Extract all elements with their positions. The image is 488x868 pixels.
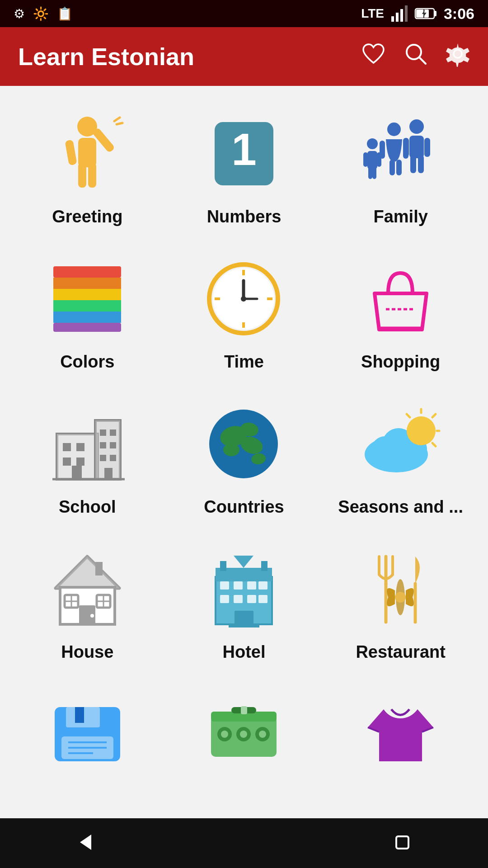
house-label: House bbox=[61, 642, 113, 662]
svg-rect-16 bbox=[65, 140, 77, 165]
restaurant-icon bbox=[360, 548, 441, 630]
svg-line-88 bbox=[432, 414, 436, 417]
svg-point-141 bbox=[259, 731, 266, 738]
house-icon bbox=[47, 548, 128, 630]
svg-point-86 bbox=[407, 416, 436, 445]
item13[interactable] bbox=[9, 680, 166, 806]
countries-item[interactable]: Countries bbox=[166, 390, 323, 535]
time-item[interactable]: Time bbox=[166, 245, 323, 390]
svg-rect-36 bbox=[377, 152, 381, 167]
shopping-item[interactable]: Shopping bbox=[322, 245, 479, 390]
svg-line-18 bbox=[114, 118, 120, 121]
hotel-icon bbox=[203, 548, 285, 630]
svg-rect-115 bbox=[247, 595, 256, 603]
svg-rect-94 bbox=[95, 562, 103, 576]
svg-rect-116 bbox=[258, 595, 267, 603]
category-grid: Greeting 1 Numbers bbox=[0, 86, 488, 806]
svg-rect-0 bbox=[391, 16, 394, 22]
colors-icon bbox=[47, 258, 128, 340]
svg-rect-13 bbox=[78, 138, 96, 167]
seasons-label: Seasons and ... bbox=[338, 497, 463, 517]
svg-rect-27 bbox=[424, 138, 430, 157]
svg-rect-61 bbox=[76, 443, 84, 451]
svg-rect-110 bbox=[234, 581, 243, 590]
shopping-icon bbox=[360, 258, 441, 340]
family-item[interactable]: Family bbox=[322, 99, 479, 245]
svg-rect-109 bbox=[220, 581, 229, 590]
svg-rect-129 bbox=[75, 707, 84, 723]
svg-rect-35 bbox=[363, 152, 368, 167]
item14-icon bbox=[203, 693, 285, 775]
signal-icon bbox=[390, 5, 408, 22]
colors-label: Colors bbox=[60, 352, 114, 372]
svg-rect-40 bbox=[53, 278, 121, 289]
svg-rect-73 bbox=[104, 468, 113, 479]
svg-rect-42 bbox=[53, 300, 121, 311]
school-item[interactable]: School bbox=[9, 390, 166, 535]
restaurant-item[interactable]: Restaurant bbox=[322, 535, 479, 680]
svg-marker-106 bbox=[234, 556, 253, 568]
settings-button[interactable] bbox=[446, 42, 470, 71]
app-title: Learn Estonian bbox=[18, 42, 194, 71]
svg-rect-1 bbox=[396, 13, 399, 22]
svg-point-22 bbox=[409, 119, 424, 134]
status-left-icons: ⚙ 🔆 📋 bbox=[14, 6, 73, 21]
search-button[interactable] bbox=[404, 42, 427, 71]
item14[interactable] bbox=[166, 680, 323, 806]
svg-rect-112 bbox=[258, 581, 267, 590]
svg-rect-31 bbox=[389, 160, 395, 175]
svg-point-55 bbox=[241, 296, 246, 302]
svg-rect-63 bbox=[76, 458, 84, 466]
hotel-item[interactable]: Hotel bbox=[166, 535, 323, 680]
svg-rect-68 bbox=[110, 429, 116, 436]
sd-card-icon: 📋 bbox=[57, 6, 73, 21]
item13-icon bbox=[47, 693, 128, 775]
svg-line-19 bbox=[117, 123, 122, 124]
svg-rect-23 bbox=[409, 136, 424, 158]
svg-line-10 bbox=[419, 57, 426, 64]
svg-rect-46 bbox=[53, 327, 121, 332]
recent-button[interactable] bbox=[390, 830, 415, 857]
svg-point-28 bbox=[387, 123, 401, 136]
svg-rect-45 bbox=[53, 266, 121, 271]
hotel-label: Hotel bbox=[222, 642, 265, 662]
svg-rect-37 bbox=[368, 166, 372, 179]
seasons-item[interactable]: Seasons and ... bbox=[322, 390, 479, 535]
svg-rect-43 bbox=[53, 311, 121, 323]
item15[interactable] bbox=[322, 680, 479, 806]
svg-rect-62 bbox=[63, 458, 71, 466]
svg-rect-69 bbox=[100, 442, 106, 448]
svg-rect-60 bbox=[63, 443, 71, 451]
numbers-label: Numbers bbox=[207, 207, 282, 226]
svg-point-139 bbox=[221, 731, 228, 738]
colors-item[interactable]: Colors bbox=[9, 245, 166, 390]
svg-point-78 bbox=[223, 443, 239, 456]
svg-rect-34 bbox=[367, 151, 377, 169]
numbers-item[interactable]: 1 Numbers bbox=[166, 99, 323, 245]
greeting-item[interactable]: Greeting bbox=[9, 99, 166, 245]
back-button[interactable] bbox=[73, 830, 98, 857]
lte-icon: LTE bbox=[361, 6, 384, 21]
time-icon bbox=[203, 258, 285, 340]
svg-rect-107 bbox=[220, 561, 226, 571]
brightness-icon: 🔆 bbox=[33, 6, 49, 21]
svg-rect-30 bbox=[403, 141, 408, 159]
house-item[interactable]: House bbox=[9, 535, 166, 680]
greeting-icon bbox=[47, 113, 128, 194]
svg-line-91 bbox=[407, 414, 410, 417]
svg-point-33 bbox=[367, 138, 378, 149]
svg-rect-2 bbox=[400, 9, 403, 22]
svg-rect-119 bbox=[229, 625, 259, 627]
svg-point-126 bbox=[395, 592, 406, 603]
status-right-icons: LTE 3:06 bbox=[361, 5, 474, 23]
svg-rect-114 bbox=[234, 595, 243, 603]
school-icon bbox=[47, 403, 128, 485]
svg-marker-146 bbox=[80, 835, 91, 850]
shopping-label: Shopping bbox=[361, 352, 440, 372]
svg-rect-143 bbox=[241, 706, 247, 714]
favorite-button[interactable] bbox=[361, 42, 386, 71]
countries-icon bbox=[203, 403, 285, 485]
svg-rect-108 bbox=[261, 561, 267, 571]
svg-rect-71 bbox=[100, 455, 106, 461]
seasons-icon bbox=[360, 403, 441, 485]
